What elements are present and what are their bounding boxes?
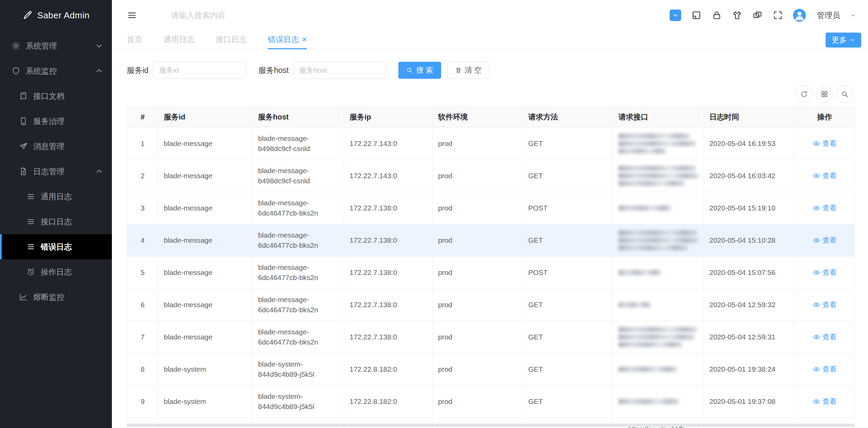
sidebar-item-消息管理[interactable]: 消息管理 <box>0 134 112 159</box>
sidebar-item-系统管理[interactable]: 系统管理 <box>0 33 112 58</box>
row-index: 5 <box>127 257 158 289</box>
service-host-input[interactable] <box>293 62 386 79</box>
search-button-label: 搜 索 <box>416 65 433 75</box>
cell-service-host: blade-message-6dc46477cb-bks2n <box>253 289 344 321</box>
search-icon <box>841 90 849 98</box>
search-icon <box>406 67 413 74</box>
search-button[interactable]: 搜 索 <box>398 62 441 79</box>
chevron-down-icon <box>850 37 855 42</box>
row-index: 9 <box>127 386 158 417</box>
lock-icon[interactable] <box>712 10 722 20</box>
redacted-content <box>618 141 696 146</box>
tab-错误日志[interactable]: 错误日志× <box>268 31 307 49</box>
selected-badge-icon[interactable] <box>670 10 681 21</box>
redacted-content <box>618 367 677 372</box>
main-content: 服务id 服务host 搜 索 清 空 <box>112 50 868 428</box>
hamburger-menu-icon[interactable] <box>127 10 137 20</box>
table-row: 4 blade-message blade-message-6dc46477cb… <box>127 224 854 257</box>
refresh-button[interactable] <box>795 86 812 103</box>
tab-接口日志[interactable]: 接口日志 <box>216 31 247 49</box>
cell-operation: 查看 <box>794 386 855 417</box>
cell-service-id: blade-system <box>158 353 253 385</box>
view-button[interactable]: 查看 <box>813 138 837 149</box>
user-menu-chevron-icon[interactable] <box>850 13 856 18</box>
view-label: 查看 <box>823 267 837 278</box>
sidebar-item-系统监控[interactable]: 系统监控 <box>0 58 112 83</box>
sidebar-item-日志管理[interactable]: 日志管理 <box>0 159 112 184</box>
sidebar-item-接口文档[interactable]: 接口文档 <box>0 83 112 109</box>
col-index: # <box>127 107 158 127</box>
view-button[interactable]: 查看 <box>813 396 837 407</box>
redacted-content <box>618 302 651 308</box>
view-button[interactable]: 查看 <box>813 267 837 278</box>
row-index: 7 <box>127 321 158 353</box>
tab-首页[interactable]: 首页 <box>127 31 142 49</box>
view-button[interactable]: 查看 <box>813 235 837 245</box>
sidebar-item-通用日志[interactable]: 通用日志 <box>0 184 112 209</box>
horizontal-scrollbar[interactable] <box>127 424 855 427</box>
sidebar-item-熔断监控[interactable]: 熔断监控 <box>0 284 112 310</box>
theme-icon[interactable] <box>732 10 742 20</box>
cell-service-host: blade-message-6dc46477cb-bks2n <box>253 192 344 224</box>
chevron-down-icon <box>672 12 678 18</box>
service-id-label: 服务id <box>127 65 149 76</box>
tab-通用日志[interactable]: 通用日志 <box>163 31 195 49</box>
cell-log-time: 2020-05-04 15:07:56 <box>704 257 794 289</box>
chart-icon <box>19 293 28 301</box>
tab-label: 接口日志 <box>216 34 247 45</box>
row-index: 6 <box>127 289 158 321</box>
screens-icon[interactable] <box>752 10 763 20</box>
cell-service-id: blade-message <box>158 257 253 289</box>
cell-operation: 查看 <box>794 257 855 289</box>
cell-request-api <box>613 192 704 224</box>
cell-service-host: blade-message-b498dc9cf-csnld <box>253 160 344 192</box>
table-row: 7 blade-message blade-message-6dc46477cb… <box>127 321 854 353</box>
table-row: 8 blade-system blade-system-844d9c4b89-j… <box>127 353 854 386</box>
service-id-input[interactable] <box>153 62 246 79</box>
view-button[interactable]: 查看 <box>813 171 837 181</box>
more-button[interactable]: 更多 <box>826 33 861 48</box>
sidebar-item-错误日志[interactable]: 错误日志 <box>0 234 112 259</box>
sidebar-item-服务治理[interactable]: 服务治理 <box>0 109 112 134</box>
table-toolbar <box>127 86 853 103</box>
app-logo[interactable]: Saber Admin <box>0 0 112 31</box>
table-row: 5 blade-message blade-message-6dc46477cb… <box>127 257 854 289</box>
redacted-content <box>618 334 694 340</box>
sidebar-item-label: 接口文档 <box>33 91 64 101</box>
view-button[interactable]: 查看 <box>813 364 837 374</box>
cell-service-host: blade-system-844d9c4b89-j5k5l <box>253 386 344 417</box>
view-button[interactable]: 查看 <box>813 300 837 310</box>
send-icon <box>19 142 28 151</box>
username-label[interactable]: 管理员 <box>817 10 840 21</box>
cell-env: prod <box>433 160 523 192</box>
search-toggle-button[interactable] <box>836 86 853 103</box>
clear-button[interactable]: 清 空 <box>447 62 490 79</box>
column-display-button[interactable] <box>816 86 833 103</box>
view-button[interactable]: 查看 <box>813 332 837 342</box>
sidebar-item-操作日志[interactable]: 操作日志 <box>0 259 112 284</box>
fullscreen-icon[interactable] <box>773 10 783 20</box>
cell-method: GET <box>523 224 613 256</box>
cell-method: GET <box>523 386 613 417</box>
clock-icon <box>26 267 35 276</box>
view-label: 查看 <box>823 396 837 407</box>
sidebar-item-label: 系统监控 <box>26 66 57 76</box>
cell-method: GET <box>523 321 613 353</box>
list-icon <box>26 242 35 251</box>
global-search-input[interactable] <box>171 11 381 20</box>
screenshot-icon[interactable] <box>691 10 702 20</box>
redacted-content <box>618 166 696 171</box>
cell-request-api <box>613 128 704 160</box>
sidebar-item-接口日志[interactable]: 接口日志 <box>0 209 112 234</box>
redacted-content <box>618 230 697 236</box>
cell-method: GET <box>523 160 613 192</box>
more-button-label: 更多 <box>832 35 847 45</box>
tab-label: 首页 <box>127 34 142 45</box>
redacted-content <box>618 133 690 139</box>
close-icon[interactable]: × <box>302 35 307 44</box>
cell-env: prod <box>433 321 523 353</box>
col-log-time: 日志时间 <box>704 107 794 127</box>
sidebar-item-label: 熔断监控 <box>33 292 64 302</box>
user-avatar[interactable] <box>793 9 806 22</box>
view-button[interactable]: 查看 <box>813 203 837 213</box>
